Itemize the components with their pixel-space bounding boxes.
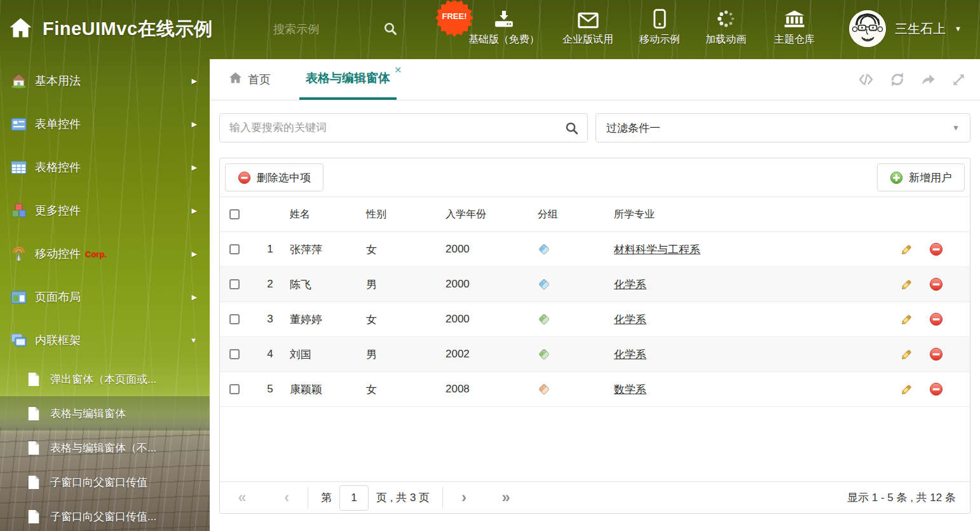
row-checkbox[interactable] bbox=[229, 244, 240, 254]
delete-icon[interactable] bbox=[929, 277, 943, 291]
sidebar-sublabel: 弹出窗体（本页面或... bbox=[50, 372, 156, 387]
row-checkbox[interactable] bbox=[229, 349, 240, 359]
caret-down-icon: ▼ bbox=[952, 123, 960, 132]
cell-gender: 女 bbox=[366, 312, 446, 327]
nav-theme-store[interactable]: 主题仓库 bbox=[759, 7, 830, 48]
next-page-button[interactable]: › bbox=[456, 490, 472, 505]
sidebar: 基本用法 ▶ 表单控件 ▶ 表格控件 ▶ 更多控件 ▶ 移动控件 Corp. ▶ bbox=[0, 59, 210, 531]
major-link[interactable]: 化学系 bbox=[614, 348, 646, 361]
edit-icon[interactable] bbox=[900, 347, 914, 361]
row-index: 1 bbox=[250, 243, 290, 256]
antenna-icon bbox=[10, 246, 27, 261]
row-checkbox[interactable] bbox=[229, 384, 240, 394]
edit-icon[interactable] bbox=[900, 242, 914, 256]
sidebar-label: 页面布局 bbox=[35, 289, 81, 305]
sidebar-item-basic-usage[interactable]: 基本用法 ▶ bbox=[0, 59, 210, 102]
delete-selected-button[interactable]: 删除选中项 bbox=[225, 163, 323, 191]
sidebar-item-mobile-controls[interactable]: 移动控件 Corp. ▶ bbox=[0, 232, 210, 275]
cell-name: 陈飞 bbox=[290, 277, 366, 292]
cell-group bbox=[538, 243, 614, 256]
major-link[interactable]: 数学系 bbox=[614, 383, 646, 396]
tab-toolbar bbox=[859, 59, 980, 100]
house-icon bbox=[10, 73, 27, 88]
delete-icon[interactable] bbox=[929, 312, 943, 326]
cell-gender: 男 bbox=[366, 347, 446, 362]
edit-icon[interactable] bbox=[900, 382, 914, 396]
divider bbox=[308, 487, 308, 509]
file-icon bbox=[27, 441, 41, 455]
row-checkbox[interactable] bbox=[229, 279, 240, 289]
cell-name: 康颖颖 bbox=[290, 382, 366, 397]
major-link[interactable]: 化学系 bbox=[614, 314, 646, 326]
avatar bbox=[849, 10, 886, 47]
tab-home[interactable]: 首页 bbox=[229, 59, 271, 100]
filter-dropdown[interactable]: 过滤条件一 ▼ bbox=[595, 113, 970, 142]
arrow-right-icon: ▶ bbox=[192, 207, 197, 215]
cell-group bbox=[538, 313, 614, 326]
cell-major: 化学系 bbox=[614, 312, 892, 327]
nav-label: 主题仓库 bbox=[774, 33, 815, 46]
table-row: 3 董婷婷 女 2000 化学系 bbox=[220, 302, 970, 337]
cell-group bbox=[538, 383, 614, 396]
sidebar-subitem-grid-edit-window-2[interactable]: 表格与编辑窗体（不... bbox=[0, 431, 210, 465]
grid-empty-space bbox=[220, 407, 970, 481]
table-header: 姓名 性别 入学年份 分组 所学专业 bbox=[220, 197, 970, 232]
edit-icon[interactable] bbox=[900, 312, 914, 326]
tab-grid-edit-window[interactable]: 表格与编辑窗体 ✕ bbox=[299, 59, 397, 100]
add-user-button[interactable]: 新增用户 bbox=[877, 163, 965, 191]
user-menu[interactable]: 三生石上 ▼ bbox=[849, 10, 962, 47]
cell-gender: 男 bbox=[366, 277, 446, 292]
search-icon[interactable] bbox=[564, 121, 579, 138]
main-panel: 首页 表格与编辑窗体 ✕ bbox=[210, 59, 980, 531]
sidebar-subitem-child-to-parent[interactable]: 子窗口向父窗口传值 bbox=[0, 465, 210, 499]
nav-loading-animations[interactable]: 加载动画 bbox=[693, 7, 759, 48]
delete-icon[interactable] bbox=[929, 382, 943, 396]
first-page-button[interactable]: « bbox=[234, 490, 250, 505]
prev-page-button[interactable]: ‹ bbox=[278, 490, 295, 505]
frames-icon bbox=[10, 333, 27, 347]
corp-badge: Corp. bbox=[85, 249, 107, 259]
sidebar-item-form-controls[interactable]: 表单控件 ▶ bbox=[0, 102, 210, 146]
sidebar-subitem-grid-edit-window[interactable]: 表格与编辑窗体 bbox=[0, 396, 210, 431]
arrow-right-icon: ▶ bbox=[192, 250, 197, 258]
home-link[interactable]: FineUIMvc在线示例 bbox=[9, 17, 213, 42]
home-icon bbox=[9, 17, 32, 41]
cell-name: 刘国 bbox=[290, 347, 366, 362]
arrow-right-icon: ▶ bbox=[192, 163, 197, 172]
source-code-icon[interactable] bbox=[859, 72, 875, 86]
nav-basic-edition[interactable]: 基础版（免费） bbox=[459, 7, 549, 48]
share-icon[interactable] bbox=[920, 72, 936, 86]
edit-icon[interactable] bbox=[900, 277, 914, 291]
nav-label: 移动示例 bbox=[639, 33, 680, 46]
header-search-input[interactable] bbox=[273, 18, 375, 41]
nav-mobile-demo[interactable]: 移动示例 bbox=[627, 7, 693, 48]
delete-icon[interactable] bbox=[929, 347, 943, 361]
app-header: FineUIMvc在线示例 FREE! 基础版（免费） 企业版试用 bbox=[0, 0, 980, 59]
delete-icon[interactable] bbox=[929, 242, 943, 256]
major-link[interactable]: 材料科学与工程系 bbox=[614, 244, 700, 256]
tag-icon bbox=[538, 278, 550, 291]
download-icon bbox=[493, 7, 515, 29]
row-checkbox[interactable] bbox=[229, 314, 240, 324]
last-page-button[interactable]: » bbox=[498, 490, 514, 505]
table-row: 4 刘国 男 2002 化学系 bbox=[220, 337, 970, 372]
close-icon[interactable]: ✕ bbox=[394, 65, 402, 75]
sidebar-item-more-controls[interactable]: 更多控件 ▶ bbox=[0, 189, 210, 232]
search-icon[interactable] bbox=[383, 21, 398, 39]
sidebar-label: 表格控件 bbox=[35, 160, 81, 175]
select-all-checkbox[interactable] bbox=[229, 209, 240, 219]
sidebar-item-inline-frames[interactable]: 内联框架 ▼ bbox=[0, 319, 210, 362]
arrow-right-icon: ▶ bbox=[192, 120, 197, 128]
sidebar-subitem-child-to-parent-2[interactable]: 子窗口向父窗口传值... bbox=[0, 499, 210, 531]
refresh-icon[interactable] bbox=[890, 72, 905, 87]
expand-icon[interactable] bbox=[951, 72, 966, 87]
sidebar-item-grid-controls[interactable]: 表格控件 ▶ bbox=[0, 146, 210, 189]
page-number-input[interactable] bbox=[339, 485, 369, 511]
sidebar-item-page-layout[interactable]: 页面布局 ▶ bbox=[0, 275, 210, 319]
major-link[interactable]: 化学系 bbox=[614, 279, 646, 291]
keyword-search-input[interactable] bbox=[219, 113, 588, 142]
nav-enterprise-trial[interactable]: 企业版试用 bbox=[549, 7, 627, 48]
tab-bar: 首页 表格与编辑窗体 ✕ bbox=[210, 59, 980, 100]
sidebar-subitem-popup-window[interactable]: 弹出窗体（本页面或... bbox=[0, 362, 210, 396]
file-icon bbox=[27, 475, 41, 490]
